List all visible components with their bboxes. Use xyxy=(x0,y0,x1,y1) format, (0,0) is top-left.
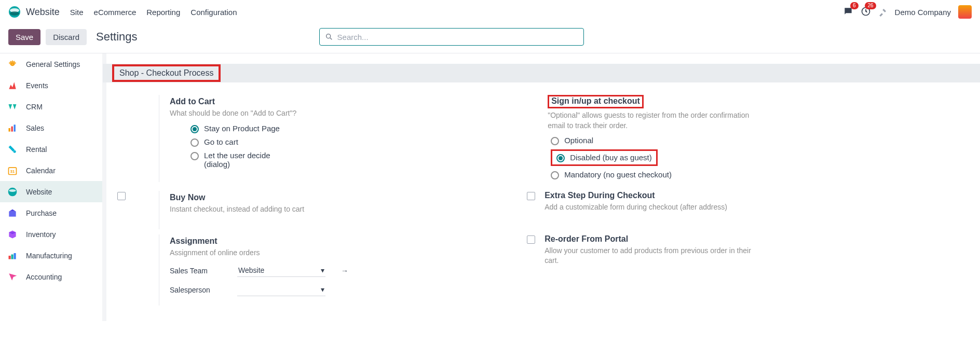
sidebar-item-label: Events xyxy=(26,81,48,90)
menu-site[interactable]: Site xyxy=(70,8,84,17)
radio-label: Go to cart xyxy=(204,137,238,146)
radio-label: Let the user decide (dialog) xyxy=(204,151,277,169)
radio-icon xyxy=(190,125,199,133)
radio-icon xyxy=(551,137,559,145)
svg-rect-14 xyxy=(9,211,16,216)
radio-go-to-cart[interactable]: Go to cart xyxy=(190,137,524,147)
accounting-icon xyxy=(7,272,18,282)
radio-label: Stay on Product Page xyxy=(204,124,280,133)
sidebar-item-inventory[interactable]: Inventory xyxy=(0,224,102,245)
extra-step-title: Extra Step During Checkout xyxy=(545,191,945,200)
extra-step-sub: Add a customizable form during checkout … xyxy=(545,202,763,213)
radio-icon xyxy=(190,152,199,160)
gear-icon xyxy=(7,59,18,70)
sidebar-item-label: Website xyxy=(26,188,52,196)
assignment-sub: Assignment of online orders xyxy=(170,248,388,258)
add-to-cart-sub: What should be done on "Add to Cart"? xyxy=(170,108,388,119)
chat-button[interactable]: 6 xyxy=(843,6,853,18)
section-title: Shop - Checkout Process xyxy=(112,64,221,82)
company-selector[interactable]: Demo Company xyxy=(895,8,951,17)
crm-icon xyxy=(7,102,18,112)
svg-rect-8 xyxy=(14,124,16,131)
activities-button[interactable]: 26 xyxy=(861,6,871,18)
extra-step-checkbox[interactable] xyxy=(527,192,535,200)
search-box[interactable] xyxy=(319,28,584,46)
sidebar-item-events[interactable]: Events xyxy=(0,75,102,96)
sidebar-item-label: Purchase xyxy=(26,209,57,217)
sidebar-item-accounting[interactable]: Accounting xyxy=(0,266,102,287)
svg-point-13 xyxy=(9,189,16,192)
radio-icon xyxy=(551,171,559,179)
sidebar-item-general-settings[interactable]: General Settings xyxy=(0,53,102,75)
add-to-cart-title: Add to Cart xyxy=(170,97,524,106)
svg-point-4 xyxy=(326,34,330,38)
page-title: Settings xyxy=(96,30,138,44)
sidebar-item-label: CRM xyxy=(26,103,43,111)
sidebar-item-label: Inventory xyxy=(26,230,56,239)
radio-disabled[interactable]: Disabled (buy as guest) xyxy=(556,153,652,162)
buy-now-checkbox[interactable] xyxy=(117,192,126,200)
sidebar-item-sales[interactable]: Sales xyxy=(0,117,102,138)
reorder-title: Re-order From Portal xyxy=(545,234,945,244)
radio-label: Disabled (buy as guest) xyxy=(570,153,652,162)
radio-stay-on-page[interactable]: Stay on Product Page xyxy=(190,124,524,133)
menu-configuration[interactable]: Configuration xyxy=(190,8,237,17)
radio-icon xyxy=(190,138,199,147)
radio-label: Mandatory (no guest checkout) xyxy=(564,170,672,179)
tools-icon[interactable] xyxy=(878,7,888,17)
buy-now-sub: Instant checkout, instead of adding to c… xyxy=(170,204,388,215)
sales-icon xyxy=(7,123,18,133)
sidebar-item-website[interactable]: Website xyxy=(0,181,102,202)
sidebar-item-crm[interactable]: CRM xyxy=(0,96,102,117)
website-icon xyxy=(7,187,18,197)
sidebar-item-rental[interactable]: Rental xyxy=(0,138,102,160)
signin-title-highlight: Sign in/up at checkout xyxy=(548,95,644,108)
signin-title: Sign in/up at checkout xyxy=(551,96,640,105)
calendar-icon: 31 xyxy=(7,165,18,176)
save-button[interactable]: Save xyxy=(8,29,40,45)
chat-badge: 6 xyxy=(850,2,859,9)
sidebar-item-label: Calendar xyxy=(26,166,56,175)
signin-disabled-highlight: Disabled (buy as guest) xyxy=(551,149,658,166)
radio-mandatory[interactable]: Mandatory (no guest checkout) xyxy=(551,170,945,179)
discard-button[interactable]: Discard xyxy=(46,29,87,45)
signin-sub: "Optional" allows guests to register fro… xyxy=(548,110,766,131)
sidebar-item-manufacturing[interactable]: Manufacturing xyxy=(0,245,102,266)
app-name[interactable]: Website xyxy=(26,7,60,18)
menu-reporting[interactable]: Reporting xyxy=(146,8,180,17)
svg-point-9 xyxy=(13,150,16,152)
sidebar-item-label: Sales xyxy=(26,124,44,132)
rental-icon xyxy=(7,144,18,155)
purchase-icon xyxy=(7,208,18,218)
search-input[interactable] xyxy=(337,33,578,41)
radio-user-decide[interactable]: Let the user decide (dialog) xyxy=(190,151,524,169)
sales-team-label: Sales Team xyxy=(170,267,222,275)
radio-label: Optional xyxy=(564,136,593,145)
search-icon xyxy=(325,33,333,41)
svg-rect-7 xyxy=(11,126,13,131)
sales-team-value: Website xyxy=(238,266,264,274)
activities-badge: 26 xyxy=(865,2,876,9)
svg-rect-15 xyxy=(9,256,11,259)
reorder-checkbox[interactable] xyxy=(527,235,535,244)
radio-optional[interactable]: Optional xyxy=(551,136,945,145)
salesperson-select[interactable]: ▾ xyxy=(237,283,325,296)
svg-rect-6 xyxy=(9,128,10,132)
buy-now-title: Buy Now xyxy=(170,193,524,202)
salesperson-label: Salesperson xyxy=(170,286,222,294)
svg-rect-17 xyxy=(14,253,16,259)
sidebar-item-label: Manufacturing xyxy=(26,252,72,260)
chevron-down-icon: ▾ xyxy=(321,266,324,274)
sidebar-item-calendar[interactable]: 31Calendar xyxy=(0,160,102,181)
svg-text:31: 31 xyxy=(10,169,15,174)
assignment-title: Assignment xyxy=(170,237,524,246)
menu-ecommerce[interactable]: eCommerce xyxy=(94,8,137,17)
user-avatar[interactable] xyxy=(958,5,972,19)
radio-icon xyxy=(556,154,565,162)
sidebar-item-label: Rental xyxy=(26,145,47,154)
inventory-icon xyxy=(7,229,18,240)
sidebar-item-purchase[interactable]: Purchase xyxy=(0,202,102,224)
sales-team-link[interactable]: → xyxy=(341,267,348,275)
sales-team-select[interactable]: Website▾ xyxy=(237,264,325,277)
sidebar-item-label: Accounting xyxy=(26,273,62,281)
